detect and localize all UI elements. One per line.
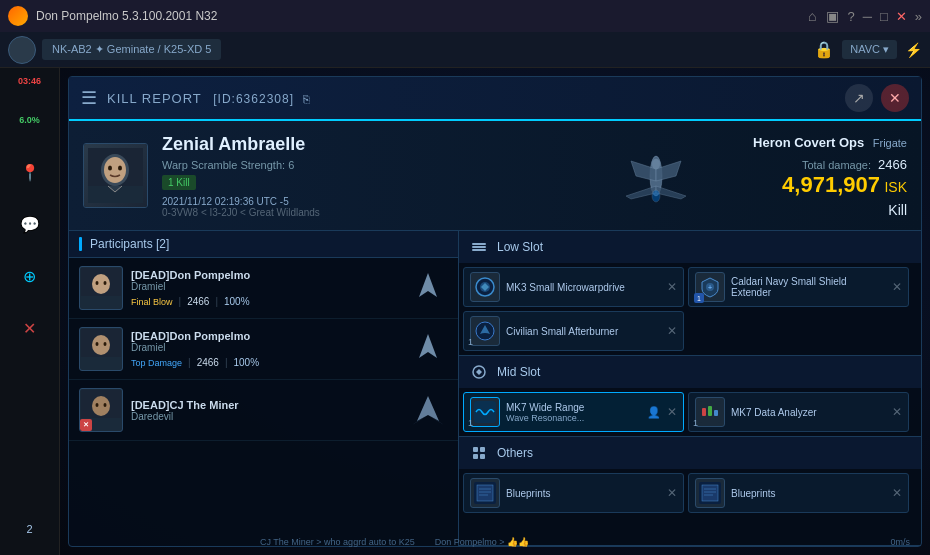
equip-item: MK3 Small Microwarpdrive ✕ [463,267,684,307]
low-slot-items: MK3 Small Microwarpdrive ✕ [459,263,921,355]
analyzer-close[interactable]: ✕ [892,405,902,419]
shield-icon: + 1 [695,272,725,302]
app-logo [8,6,28,26]
shield-close[interactable]: ✕ [892,280,902,294]
mwd-close[interactable]: ✕ [667,280,677,294]
svg-rect-24 [472,243,486,245]
title-bar: Don Pompelmo 5.3.100.2001 N32 ⌂ ▣ ? ─ □ … [0,0,930,32]
ab-close[interactable]: ✕ [667,324,677,338]
svg-rect-26 [472,249,486,251]
participant-name-3: [DEAD]CJ The Miner [131,399,400,411]
participant-ship-3: Daredevil [131,411,400,422]
victim-avatar-inner [84,144,147,207]
ab-name: Civilian Small Afterburner [506,326,661,337]
isk-display: 4,971,907 ISK [753,172,907,198]
participant-ship-img-2 [408,329,448,369]
participant-info-3: [DEAD]CJ The Miner Daredevil [131,399,400,422]
nav-bar: NK-AB2 ✦ Geminate / K25-XD 5 🔒 NAVC ▾ ⚡ [0,32,930,68]
participants-title: Participants [2] [90,237,169,251]
wave-info: MK7 Wide Range Wave Resonance... [506,402,641,423]
mwd-icon [470,272,500,302]
participant-ship-2: Dramiel [131,342,400,353]
minimize-icon[interactable]: ─ [863,9,872,24]
list-item: ✕ [DEAD]CJ The Miner Daredevil [69,380,458,441]
svg-point-17 [104,342,107,346]
stat-label-1: Final Blow [131,297,173,307]
kill-report-body: Zenial Ambraelle Warp Scramble Strength:… [69,121,921,546]
blueprint-name-2: Blueprints [731,488,886,499]
participant-stats-2: Top Damage | 2466 | 100% [131,357,400,368]
sidebar-num-2: 2 [12,511,48,547]
mwd-name: MK3 Small Microwarpdrive [506,282,661,293]
svg-point-4 [118,166,122,171]
analyzer-icon [695,397,725,427]
ab-icon [470,316,500,346]
kill-report-title: KILL REPORT [ID:6362308] ⎘ [107,89,311,107]
stat-percent-2: 100% [234,357,260,368]
nav-filter-icon[interactable]: ⚡ [905,42,922,58]
stat-label-2: Top Damage [131,358,182,368]
sidebar-percent: 6.0% [12,102,48,138]
equip-item-active: MK7 Wide Range Wave Resonance... 👤 ✕ 1 [463,392,684,432]
list-item: [DEAD]Don Pompelmo Dramiel Top Damage | … [69,319,458,380]
menu-icon[interactable]: ☰ [81,87,97,109]
wave-name-2: Wave Resonance... [506,413,641,423]
close-window-icon[interactable]: ✕ [896,9,907,24]
close-button[interactable]: ✕ [881,84,909,112]
svg-point-2 [104,157,126,183]
low-slot-section: Low Slot [459,231,921,356]
sidebar-target-icon[interactable]: ⊕ [12,258,48,294]
blueprint-close-1[interactable]: ✕ [667,486,677,500]
participant-avatar-3: ✕ [79,388,123,432]
victim-avatar [83,143,148,208]
kill-label: Kill [753,202,907,218]
help-icon[interactable]: ? [847,9,854,24]
others-icon [469,443,489,463]
home-icon[interactable]: ⌂ [808,8,816,24]
participants-column: Participants [2] [69,231,459,546]
expand-icon[interactable]: » [915,9,922,24]
blueprint-icon-1 [470,478,500,508]
participant-stats-1: Final Blow | 2466 | 100% [131,296,400,307]
svg-point-7 [652,190,660,202]
blueprint-close-2[interactable]: ✕ [892,486,902,500]
participant-name-2: [DEAD]Don Pompelmo [131,330,400,342]
svg-text:+: + [708,284,712,291]
victim-stats: Heron Covert Ops Frigate Total damage: 2… [753,133,907,218]
svg-rect-41 [480,454,485,459]
equip-item: Civilian Small Afterburner ✕ 1 [463,311,684,351]
sidebar-map-icon[interactable]: 📍 [12,154,48,190]
windows-icon[interactable]: ▣ [826,8,839,24]
speed-display: Don Pompelmo > 👍👍 [435,537,529,547]
participant-ship-img-1 [408,268,448,308]
nav-tab[interactable]: NK-AB2 ✦ Geminate / K25-XD 5 [42,39,221,60]
equip-item: Blueprints ✕ [463,473,684,513]
svg-rect-13 [81,296,121,308]
kill-report-panel: ☰ KILL REPORT [ID:6362308] ⎘ ↗ ✕ [68,76,922,547]
mid-slot-items: MK7 Wide Range Wave Resonance... 👤 ✕ 1 [459,388,921,436]
nav-lock-icon: 🔒 [814,40,834,59]
equipment-column: Low Slot [459,231,921,546]
export-button[interactable]: ↗ [845,84,873,112]
nav-button[interactable]: NAVC ▾ [842,40,897,59]
svg-point-15 [92,335,110,355]
svg-point-11 [96,281,99,285]
sidebar-close-icon[interactable]: ✕ [12,310,48,346]
sidebar-chat-icon[interactable]: 💬 [12,206,48,242]
ab-qty: 1 [468,337,473,347]
sidebar: 03:46 6.0% 📍 💬 ⊕ ✕ 2 [0,68,60,555]
wave-close[interactable]: ✕ [667,405,677,419]
mid-slot-section: Mid Slot [459,356,921,437]
participant-ship-1: Dramiel [131,281,400,292]
victim-badge: 1 Kill [162,175,196,190]
blueprint-icon-2 [695,478,725,508]
participant-avatar-1 [79,266,123,310]
others-title: Others [497,446,533,460]
equip-item: Blueprints ✕ [688,473,909,513]
participant-info-1: [DEAD]Don Pompelmo Dramiel Final Blow | … [131,269,400,307]
wave-name: MK7 Wide Range [506,402,641,413]
svg-rect-48 [702,485,718,501]
maximize-icon[interactable]: □ [880,9,888,24]
participant-avatar-2 [79,327,123,371]
kr-columns: Participants [2] [69,231,921,546]
